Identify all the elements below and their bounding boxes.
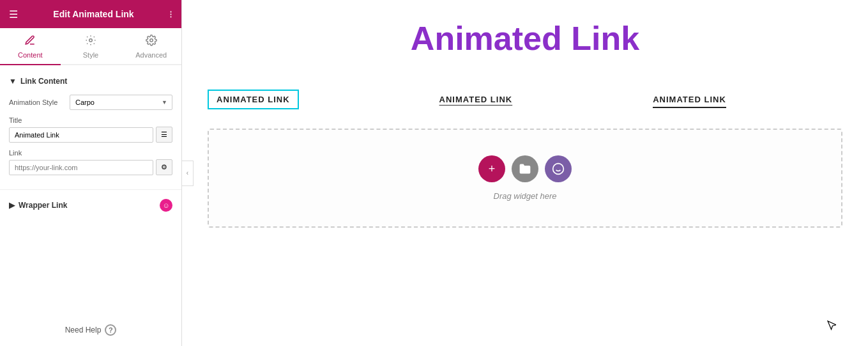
sidebar-header: ☰ Edit Animated Link ⁝ [0,0,181,28]
smiley-icon [552,162,565,175]
page-title: Animated Link [208,19,842,58]
animation-style-control: Carpo Fade Slide Bounce [70,95,172,110]
folder-icon [519,162,531,175]
animated-link-3-text: ANIMATED LINK [653,95,726,104]
style-tab-icon [85,35,96,49]
animated-link-1[interactable]: ANIMATED LINK [208,90,299,109]
sidebar-toggle-button[interactable]: ‹ [182,161,194,186]
tab-content-label: Content [18,51,43,59]
grid-icon[interactable]: ⁝ [169,8,172,20]
wrapper-expand-icon: ▶ [9,201,15,210]
animated-link-1-text: ANIMATED LINK [217,95,290,104]
smiley-button[interactable] [545,155,572,182]
title-align-button[interactable]: ☰ [156,127,172,143]
title-input[interactable] [9,127,153,143]
tab-content[interactable]: Content [0,28,61,65]
hamburger-icon[interactable]: ☰ [9,8,18,20]
add-widget-button[interactable]: + [478,155,505,182]
content-tab-icon [24,35,36,49]
link-content-label: Link Content [20,77,67,86]
link-field-row: ⚙ [9,159,172,175]
divider-1 [0,189,181,190]
tab-style[interactable]: Style [61,28,121,65]
section-collapse-icon: ▼ [9,77,17,86]
help-icon: ? [105,324,116,336]
need-help-label: Need Help [65,326,102,334]
animation-style-select[interactable]: Carpo Fade Slide Bounce [70,95,172,110]
canvas-area: Animated Link ANIMATED LINK ANIMATED LIN… [182,0,868,346]
need-help-section[interactable]: Need Help ? [0,314,181,346]
sidebar-title: Edit Animated Link [53,9,133,19]
link-content-section-header[interactable]: ▼ Link Content [0,72,181,91]
tab-style-label: Style [83,51,98,59]
title-field-label: Title [9,116,172,124]
animation-style-row: Animation Style Carpo Fade Slide Bounce [9,95,172,110]
sidebar: ☰ Edit Animated Link ⁝ Content Style [0,0,182,346]
tabs-container: Content Style Advanced [0,28,181,65]
svg-point-1 [149,39,153,42]
title-field-row: ☰ [9,127,172,143]
drop-zone-text: Drag widget here [494,191,557,201]
svg-point-0 [89,39,93,42]
link-settings-button[interactable]: ⚙ [156,159,172,175]
sidebar-content: ▼ Link Content Animation Style Carpo Fad… [0,65,181,314]
tab-advanced-label: Advanced [135,51,167,59]
link-content-section-content: Animation Style Carpo Fade Slide Bounce … [0,91,181,185]
animation-style-label: Animation Style [9,98,70,106]
wrapper-link-left: ▶ Wrapper Link [9,201,67,210]
section-header-left: ▼ Link Content [9,77,67,86]
folder-button[interactable] [512,155,538,182]
animated-link-3[interactable]: ANIMATED LINK [653,91,726,108]
animated-link-2-text: ANIMATED LINK [439,95,513,104]
title-field-block: Title ☰ [9,116,172,143]
link-field-block: Link ⚙ [9,149,172,175]
tab-advanced[interactable]: Advanced [121,28,181,65]
animated-link-2[interactable]: ANIMATED LINK [439,91,513,108]
animation-style-select-wrapper: Carpo Fade Slide Bounce [70,95,172,110]
main-area: ‹ Animated Link ANIMATED LINK ANIMATED L… [182,0,868,346]
wrapper-link-row[interactable]: ▶ Wrapper Link ☺ [0,194,181,217]
link-input[interactable] [9,160,153,175]
advanced-tab-icon [146,35,157,49]
svg-point-2 [553,164,564,175]
animated-links-row: ANIMATED LINK ANIMATED LINK ANIMATED LIN… [208,83,842,116]
wrapper-link-label: Wrapper Link [19,201,67,210]
drop-zone: + Drag widget here [208,129,842,228]
wrapper-link-icon: ☺ [160,199,172,212]
link-field-label: Link [9,149,172,157]
drop-zone-buttons: + [478,155,572,182]
